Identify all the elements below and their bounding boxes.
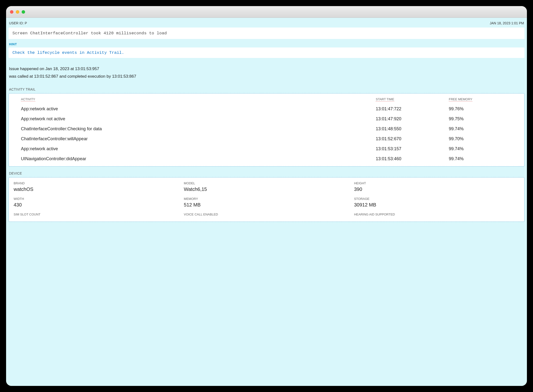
topbar: USER ID: P JAN 18, 2023 1:01 PM [9,21,524,28]
cell-start-time: 13:01:53:157 [376,146,446,151]
cell-free-memory: 99.76% [449,106,519,112]
cell-activity: App:network not active [21,116,373,121]
cell-activity: UINavigationController:didAppear [21,156,373,161]
cell-free-memory: 99.75% [449,116,519,121]
cell-activity: ChatInterfaceController:Checking for dat… [21,126,373,131]
device-cell-label: WIDTH [14,197,179,201]
user-id-label: USER ID: P [9,21,27,25]
timing-line-2: was called at 13:01:52:867 and completed… [9,73,524,80]
table-row: App:network active13:01:53:15799.74% [21,144,519,154]
hint-label: HINT [9,41,524,47]
device-cell-label: VOICE CALL ENABLED [184,213,349,216]
device-cell: STORAGE30912 MB [354,197,519,212]
device-cell: HEIGHT390 [354,181,519,196]
activity-trail-label: ACTIVITY TRAIL [9,83,524,93]
cell-activity: ChatInterfaceController:willAppear [21,136,373,141]
hint-text: Check the lifecycle events in Activity T… [9,47,524,58]
close-icon[interactable] [10,10,13,14]
cell-free-memory: 99.70% [449,136,519,141]
timing-block: Issue happened on Jan 18, 2023 at 13:01:… [9,58,524,83]
maximize-icon[interactable] [22,10,25,14]
device-panel: BRANDwatchOSMODELWatch6,15HEIGHT390WIDTH… [9,177,524,222]
device-cell-label: SIM SLOT COUNT [14,213,179,216]
device-cell-value: Watch6,15 [184,187,349,192]
table-row: App:network not active13:01:47:92099.75% [21,114,519,124]
window-frame: USER ID: P JAN 18, 2023 1:01 PM Screen C… [6,6,527,386]
device-cell: MODELWatch6,15 [184,181,349,196]
table-row: ChatInterfaceController:willAppear13:01:… [21,134,519,144]
table-row: ChatInterfaceController:Checking for dat… [21,124,519,134]
device-cell-label: HEIGHT [354,181,519,185]
device-cell: HEARING AID SUPPORTED [354,213,519,222]
device-cell-label: STORAGE [354,197,519,201]
cell-start-time: 13:01:48:550 [376,126,446,131]
activity-trail-rows: App:network active13:01:47:72299.76%App:… [21,104,519,164]
device-cell-value: 30912 MB [354,202,519,208]
device-cell-label: MODEL [184,181,349,185]
device-cell-label: HEARING AID SUPPORTED [354,213,519,216]
titlebar [6,6,527,18]
issue-message: Screen ChatInterfaceController took 4120… [9,28,524,39]
device-cell: SIM SLOT COUNT [14,213,179,222]
cell-free-memory: 99.74% [449,146,519,151]
cell-free-memory: 99.74% [449,126,519,131]
cell-start-time: 13:01:52:670 [376,136,446,141]
cell-start-time: 13:01:47:920 [376,116,446,121]
cell-start-time: 13:01:47:722 [376,106,446,112]
cell-activity: App:network active [21,146,373,151]
device-cell: MEMORY512 MB [184,197,349,212]
cell-start-time: 13:01:53:460 [376,156,446,161]
device-cell: WIDTH430 [14,197,179,212]
device-cell-value: 512 MB [184,202,349,208]
device-cell-value: 390 [354,187,519,192]
col-free-memory: FREE MEMORY [449,97,472,102]
device-cell: BRANDwatchOS [14,181,179,196]
device-cell-value: watchOS [14,187,179,192]
activity-trail-header: ACTIVITY START TIME FREE MEMORY [21,96,519,104]
device-cell-label: MEMORY [184,197,349,201]
col-activity: ACTIVITY [21,97,35,102]
table-row: App:network active13:01:47:72299.76% [21,104,519,114]
activity-trail-panel: ACTIVITY START TIME FREE MEMORY App:netw… [9,93,524,167]
device-label: DEVICE [9,167,524,177]
cell-free-memory: 99.74% [449,156,519,161]
table-row: UINavigationController:didAppear13:01:53… [21,154,519,164]
device-cell-label: BRAND [14,181,179,185]
viewport: USER ID: P JAN 18, 2023 1:01 PM Screen C… [6,18,527,386]
timestamp-label: JAN 18, 2023 1:01 PM [490,21,524,25]
device-cell-value: 430 [14,202,179,208]
col-start-time: START TIME [376,97,394,102]
cell-activity: App:network active [21,106,373,112]
timing-line-1: Issue happened on Jan 18, 2023 at 13:01:… [9,65,524,73]
device-cell: VOICE CALL ENABLED [184,213,349,222]
minimize-icon[interactable] [16,10,19,14]
